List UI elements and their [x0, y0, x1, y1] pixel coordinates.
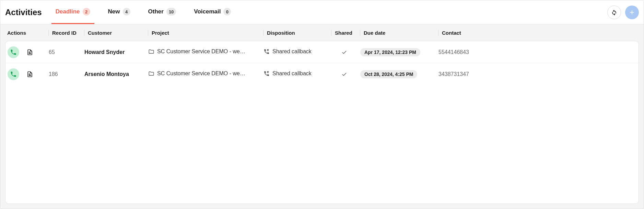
call-button[interactable] [8, 68, 19, 80]
disposition-cell: Shared callback [264, 70, 331, 78]
refresh-button[interactable] [607, 6, 621, 19]
tab-voicemail[interactable]: Voicemail 0 [190, 0, 235, 24]
contact-cell: 5544146843 [438, 49, 488, 55]
table-row[interactable]: 186 Arsenio Montoya SC Customer Service … [5, 63, 639, 85]
tab-badge: 0 [223, 8, 231, 15]
folder-icon [148, 48, 154, 55]
customer-cell: Howard Snyder [84, 49, 148, 55]
tab-label: Deadline [56, 8, 80, 15]
column-record-id: Record ID [48, 30, 84, 36]
column-actions: Actions [7, 30, 48, 36]
table-body: 65 Howard Snyder SC Customer Service DEM… [5, 41, 639, 204]
project-text: SC Customer Service DEMO - web… [157, 48, 246, 55]
document-icon [26, 71, 33, 78]
tab-label: Other [148, 8, 164, 15]
tab-badge: 2 [83, 8, 90, 15]
column-project: Project [148, 30, 263, 36]
table-row[interactable]: 65 Howard Snyder SC Customer Service DEM… [5, 41, 639, 63]
shared-cell [331, 49, 360, 55]
due-date-pill: Oct 28, 2024, 4:25 PM [360, 70, 417, 78]
actions-cell [8, 68, 49, 80]
project-cell: SC Customer Service DEMO - web… [148, 48, 264, 56]
column-contact: Contact [438, 30, 488, 36]
project-cell: SC Customer Service DEMO - web… [148, 70, 264, 78]
tab-label: New [108, 8, 120, 15]
record-id-cell: 186 [49, 71, 84, 77]
topbar: Activities Deadline 2 New 4 Other 10 Voi… [0, 0, 644, 24]
topbar-actions [607, 6, 639, 19]
due-date-cell: Apr 17, 2024, 12:23 PM [360, 48, 438, 56]
activities-app: Activities Deadline 2 New 4 Other 10 Voi… [0, 0, 644, 209]
shared-cell [331, 71, 360, 77]
disposition-cell: Shared callback [264, 48, 331, 56]
due-date-cell: Oct 28, 2024, 4:25 PM [360, 70, 438, 78]
column-disposition: Disposition [263, 30, 331, 36]
folder-icon [148, 70, 154, 77]
details-button[interactable] [24, 68, 36, 80]
plus-icon [629, 9, 635, 16]
callback-icon [264, 48, 270, 55]
tab-badge: 4 [123, 8, 130, 15]
disposition-text: Shared callback [272, 48, 312, 55]
tab-other[interactable]: Other 10 [144, 0, 180, 24]
customer-cell: Arsenio Montoya [84, 71, 148, 77]
tab-deadline[interactable]: Deadline 2 [51, 0, 94, 24]
tab-new[interactable]: New 4 [104, 0, 134, 24]
details-button[interactable] [24, 46, 36, 58]
refresh-icon [611, 9, 618, 16]
record-id-cell: 65 [49, 49, 84, 55]
document-icon [26, 49, 33, 56]
content: Actions Record ID Customer Project Dispo… [0, 24, 644, 209]
actions-cell [8, 46, 49, 58]
column-due-date: Due date [360, 30, 438, 36]
phone-icon [10, 71, 17, 78]
column-customer: Customer [84, 30, 148, 36]
project-text: SC Customer Service DEMO - web… [157, 70, 246, 77]
contact-cell: 3438731347 [438, 71, 488, 77]
tab-label: Voicemail [194, 8, 221, 15]
check-icon [341, 49, 347, 55]
page-title: Activities [5, 8, 42, 17]
phone-icon [10, 49, 17, 56]
tab-badge: 10 [166, 8, 176, 15]
check-icon [341, 71, 347, 77]
add-button[interactable] [625, 6, 639, 19]
call-button[interactable] [8, 46, 19, 58]
disposition-text: Shared callback [272, 70, 312, 77]
tabs: Deadline 2 New 4 Other 10 Voicemail 0 [51, 0, 235, 24]
table-header: Actions Record ID Customer Project Dispo… [5, 24, 639, 41]
due-date-pill: Apr 17, 2024, 12:23 PM [360, 48, 420, 56]
column-shared: Shared [331, 30, 360, 36]
callback-icon [264, 70, 270, 77]
